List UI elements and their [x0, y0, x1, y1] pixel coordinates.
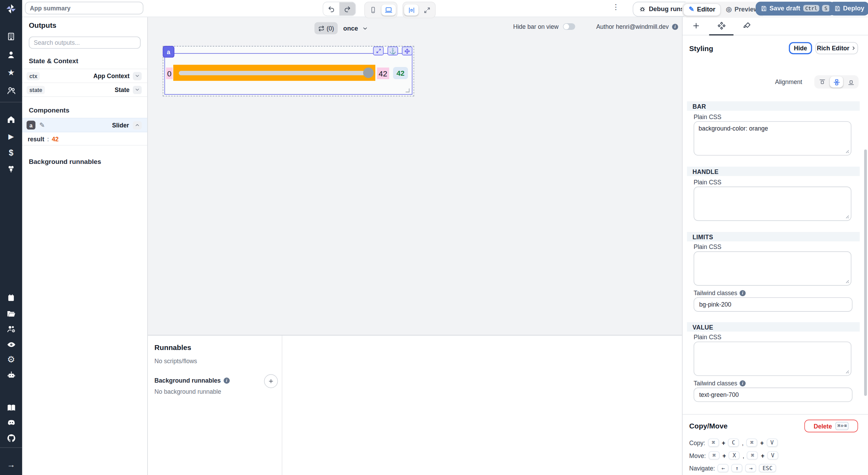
ai-robot-icon[interactable]	[0, 369, 22, 381]
ctx-expand-button[interactable]	[133, 72, 142, 80]
desktop-view-button[interactable]	[382, 5, 396, 16]
limits-tailwind-input[interactable]	[694, 297, 853, 311]
tab-component-settings-icon[interactable]	[709, 17, 734, 35]
cmd-key: ⌘	[709, 451, 720, 459]
add-background-runnable-button[interactable]	[264, 374, 278, 388]
component-a-row[interactable]: a ✎ Slider	[22, 118, 147, 132]
copy-move-title: Copy/Move	[689, 422, 728, 430]
value-plain-css-textarea[interactable]	[694, 342, 851, 376]
sidebar-divider	[0, 102, 22, 102]
tab-theme-brush-icon[interactable]	[734, 17, 759, 35]
search-outputs-input[interactable]	[29, 36, 141, 49]
groups-icon[interactable]	[0, 84, 22, 96]
deploy-save-icon	[834, 5, 841, 11]
refresh-mode-dropdown[interactable]: once	[343, 22, 368, 34]
component-tools: ⚓	[373, 47, 412, 56]
debug-runs-label: Debug runs	[649, 6, 684, 12]
more-menu-kebab-icon[interactable]: ⋮	[612, 3, 619, 11]
editor-tab[interactable]: ✎ Editor	[683, 3, 721, 16]
delete-component-button[interactable]: Delete ⌘+⌫	[804, 420, 858, 433]
slider-track[interactable]	[179, 70, 370, 75]
right-panel-tabs	[683, 17, 868, 35]
slider-bar[interactable]	[173, 65, 375, 81]
windmill-logo-icon[interactable]	[0, 2, 22, 15]
delete-label: Delete	[814, 423, 832, 429]
result-separator: :	[47, 135, 49, 142]
component-badge[interactable]: a	[163, 46, 174, 57]
rename-pencil-icon[interactable]: ✎	[39, 121, 45, 129]
save-draft-button[interactable]: Save draft Ctrl S	[756, 1, 835, 15]
docs-book-icon[interactable]	[0, 401, 22, 414]
runs-play-icon[interactable]: ▶	[0, 130, 22, 142]
mobile-view-button[interactable]	[366, 5, 380, 16]
audit-eye-icon[interactable]	[0, 338, 22, 350]
background-runnables-label: Background runnables	[155, 377, 221, 384]
info-icon[interactable]: i	[740, 380, 746, 386]
schedules-calendar-icon[interactable]	[0, 292, 22, 304]
info-icon[interactable]: i	[224, 377, 230, 384]
scrollbar-thumb[interactable]	[864, 149, 867, 396]
variables-dollar-icon[interactable]: $	[0, 146, 22, 158]
refresh-icon	[318, 25, 325, 32]
ctx-key-badge: ctx	[27, 72, 40, 80]
rich-editor-button[interactable]: Rich Editor	[816, 42, 858, 54]
value-tailwind-input[interactable]	[694, 388, 853, 402]
v-key: V	[767, 451, 778, 459]
resize-handle[interactable]	[405, 88, 410, 93]
folders-icon[interactable]	[0, 307, 22, 319]
ctx-row[interactable]: ctx App Context	[22, 69, 147, 83]
windmill-app-editor: ★ ▶ $ ⚙	[0, 0, 868, 475]
anchor-component-button[interactable]: ⚓	[387, 47, 398, 56]
deploy-button[interactable]: Deploy	[829, 1, 868, 15]
state-type-label: State	[115, 86, 130, 93]
align-bottom-button[interactable]	[844, 76, 857, 88]
resources-cluster-icon[interactable]	[0, 163, 22, 175]
info-icon[interactable]: i	[740, 290, 746, 296]
state-expand-button[interactable]	[133, 85, 142, 94]
component-result-row[interactable]: result : 42	[22, 132, 147, 145]
app-canvas[interactable]: (0) once Hide bar on view Author henri@w…	[148, 17, 682, 335]
slider-component-selection[interactable]: a ⚓ 0 42 42	[163, 46, 414, 96]
cmd-key: ⌘	[747, 451, 758, 459]
favorites-star-icon[interactable]: ★	[0, 66, 22, 78]
styling-title: Styling	[689, 44, 713, 53]
handle-plain-css-textarea[interactable]	[694, 186, 851, 221]
discord-icon[interactable]	[0, 416, 22, 428]
limits-plain-css-textarea[interactable]	[694, 251, 851, 286]
app-summary-input[interactable]	[25, 2, 143, 15]
align-center-button[interactable]	[830, 76, 843, 88]
home-icon[interactable]	[0, 114, 22, 126]
state-context-heading: State & Context	[29, 57, 141, 65]
background-runnables-heading: Background runnables	[29, 158, 141, 165]
info-icon[interactable]: i	[672, 24, 678, 30]
fullscreen-button[interactable]	[420, 5, 434, 16]
comma-sep: ,	[743, 452, 744, 459]
workspace-building-icon[interactable]	[0, 31, 22, 43]
state-context-rows: ctx App Context state State	[22, 69, 147, 97]
undo-button[interactable]	[323, 2, 339, 15]
s-kbd: S	[822, 5, 829, 11]
recompute-button[interactable]: (0)	[315, 22, 338, 34]
redo-button[interactable]	[339, 2, 355, 15]
settings-gear-icon[interactable]: ⚙	[0, 353, 22, 365]
groups-settings-icon[interactable]	[0, 323, 22, 335]
plus-sep: +	[722, 439, 725, 446]
hide-styling-button[interactable]: Hide	[789, 42, 812, 54]
result-key: result	[28, 135, 44, 142]
hide-bar-toggle[interactable]	[563, 23, 575, 30]
state-row[interactable]: state State	[22, 83, 147, 97]
align-top-button[interactable]	[816, 76, 829, 88]
component-collapse-button[interactable]	[133, 121, 142, 129]
slider-max-limit: 42	[377, 68, 389, 79]
github-icon[interactable]	[0, 432, 22, 444]
expand-component-button[interactable]	[373, 47, 384, 56]
refresh-mode-label: once	[343, 25, 358, 32]
move-component-button[interactable]	[402, 47, 412, 56]
tab-insert-plus-icon[interactable]	[683, 17, 708, 35]
center-layout-button[interactable]	[404, 5, 418, 16]
expand-sidebar-arrow-icon[interactable]: →	[0, 458, 22, 470]
slider-handle[interactable]	[363, 68, 374, 78]
user-icon[interactable]	[0, 49, 22, 61]
bar-plain-css-textarea[interactable]: background-color: orange	[694, 121, 851, 156]
debug-runs-button[interactable]: Debug runs	[633, 1, 690, 16]
